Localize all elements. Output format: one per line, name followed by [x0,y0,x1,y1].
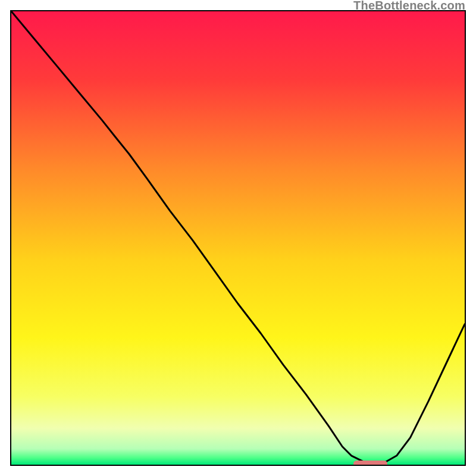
plot-area [10,10,466,466]
optimal-range-marker [353,461,387,466]
curve-svg [11,11,465,465]
bottleneck-curve [11,11,465,464]
chart-container: TheBottleneck.com [0,0,476,476]
